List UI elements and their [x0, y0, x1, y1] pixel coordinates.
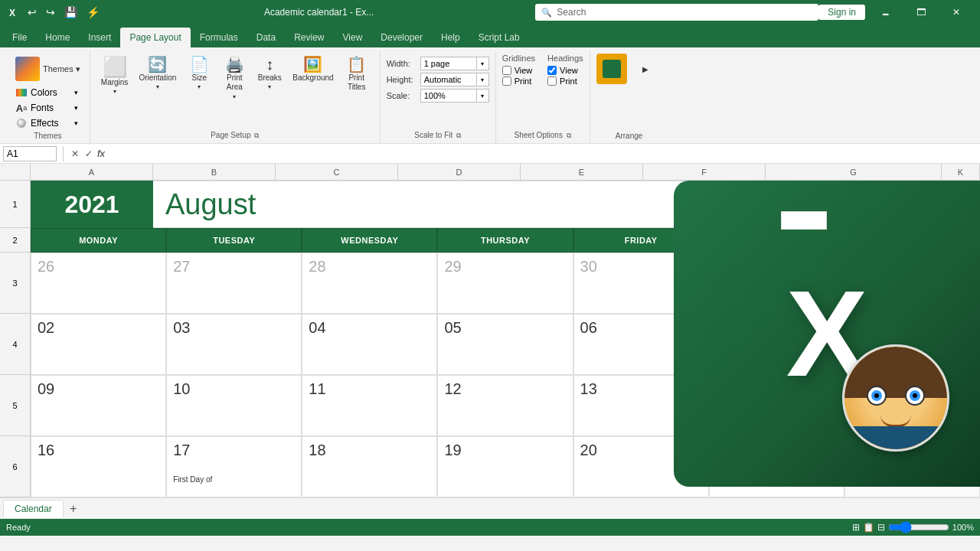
page-setup-expand[interactable]: ⧉ [254, 132, 259, 139]
print-titles-button[interactable]: 📋 PrintTitles [340, 54, 374, 95]
tab-view[interactable]: View [334, 28, 372, 47]
save-quick-button[interactable]: 💾 [61, 5, 80, 20]
sheet-opts-expand[interactable]: ⧉ [567, 132, 571, 139]
add-sheet-button[interactable]: + [65, 500, 82, 517]
breaks-button[interactable]: ↕️ Breaks ▾ [253, 54, 286, 93]
tab-data[interactable]: Data [247, 28, 285, 47]
arrange-btn[interactable]: ▶ [629, 54, 662, 84]
redo-button[interactable]: ↪ [43, 5, 58, 20]
formula-bar-separator [63, 146, 64, 161]
event-17: First Day of [173, 474, 295, 484]
row-num-5: 5 [0, 375, 30, 436]
signin-button[interactable]: Sign in [818, 5, 865, 20]
day-26[interactable]: 26 [31, 253, 166, 314]
close-button[interactable]: ✕ [939, 0, 974, 24]
width-dropdown[interactable]: 1 page ▾ [420, 57, 489, 70]
day-16[interactable]: 16 [31, 436, 166, 497]
scale-dropdown-arrow[interactable]: ▾ [476, 90, 488, 102]
tab-developer[interactable]: Developer [371, 28, 432, 47]
status-view-normal[interactable]: ⊞ [852, 522, 860, 533]
dow-thursday: THURSDAY [437, 228, 573, 253]
day-02[interactable]: 02 [31, 314, 166, 375]
day-03[interactable]: 03 [166, 314, 302, 375]
avatar-shirt [844, 426, 947, 449]
undo-button[interactable]: ↩ [24, 5, 40, 20]
search-icon: 🔍 [541, 8, 552, 18]
status-view-layout[interactable]: 📋 [863, 522, 874, 533]
restore-button[interactable]: 🗖 [903, 0, 939, 24]
day-29[interactable]: 29 [437, 253, 573, 314]
colors-button[interactable]: Colors ▾ [12, 86, 81, 99]
formula-bar: ✕ ✓ fx [0, 144, 980, 164]
day-10[interactable]: 10 [166, 375, 302, 436]
gridlines-col: Gridlines View Print [502, 54, 535, 86]
height-dropdown[interactable]: Automatic ▾ [420, 73, 489, 86]
day-12[interactable]: 12 [437, 375, 573, 436]
themes-content: Themes ▾ Colors ▾ A a Fonts ▾ [12, 51, 83, 130]
background-button[interactable]: 🖼️ Background [288, 54, 338, 85]
day-05[interactable]: 05 [437, 314, 573, 375]
avatar-face [844, 347, 947, 449]
gridlines-print-checkbox[interactable] [502, 77, 511, 86]
title-bar-left: X ↩ ↪ 💾 ⚡ [6, 5, 103, 20]
cancel-formula-button[interactable]: ✕ [70, 147, 80, 161]
confirm-formula-button[interactable]: ✓ [83, 147, 94, 161]
day-17[interactable]: 17 First Day of [166, 436, 302, 497]
sheet-tab-calendar[interactable]: Calendar [3, 500, 64, 517]
tab-home[interactable]: Home [36, 28, 79, 47]
day-27[interactable]: 27 [166, 253, 302, 314]
headings-view-checkbox[interactable] [547, 66, 557, 75]
effects-button[interactable]: Effects ▾ [12, 116, 81, 130]
print-titles-icon: 📋 [347, 57, 366, 72]
minimize-button[interactable]: 🗕 [868, 0, 903, 24]
headings-print-checkbox[interactable] [547, 77, 557, 86]
title-bar: X ↩ ↪ 💾 ⚡ Academic calendar1 - Ex... 🔍 S… [0, 0, 980, 24]
day-04[interactable]: 04 [302, 314, 437, 375]
status-right: ⊞ 📋 ⊟ 100% [852, 521, 974, 533]
tab-page-layout[interactable]: Page Layout [120, 28, 190, 47]
width-dropdown-arrow[interactable]: ▾ [476, 57, 488, 70]
autosave-button[interactable]: ⚡ [83, 5, 103, 20]
row-num-6: 6 [0, 436, 30, 497]
left-pupil [871, 390, 882, 401]
height-dropdown-arrow[interactable]: ▾ [476, 73, 488, 86]
size-button[interactable]: 📄 Size ▾ [182, 54, 216, 93]
tab-file[interactable]: File [3, 28, 36, 47]
print-area-button[interactable]: 🖨️ PrintArea ▾ [217, 54, 251, 103]
fonts-button[interactable]: A a Fonts ▾ [12, 101, 81, 115]
gridlines-print-row: Print [502, 77, 535, 86]
col-header-c: C [276, 164, 398, 180]
day-18[interactable]: 18 [302, 436, 437, 497]
themes-button[interactable]: Themes ▾ [12, 54, 83, 84]
formula-bar-buttons: ✕ ✓ [70, 147, 94, 161]
gridlines-view-checkbox[interactable] [502, 66, 511, 75]
zoom-slider[interactable] [888, 521, 949, 533]
avatar-overlay [842, 344, 949, 452]
day-28[interactable]: 28 [302, 253, 437, 314]
tab-insert[interactable]: Insert [79, 28, 120, 47]
name-box[interactable] [3, 146, 57, 161]
sheet-options-label: Sheet Options ⧉ [514, 129, 571, 143]
day-09[interactable]: 09 [31, 375, 166, 436]
background-icon: 🖼️ [303, 57, 322, 72]
tab-help[interactable]: Help [432, 28, 469, 47]
status-bar: Ready ⊞ 📋 ⊟ 100% [0, 519, 980, 536]
day-19[interactable]: 19 [437, 436, 573, 497]
avatar-mouth [880, 415, 911, 427]
excel-icon: X [6, 5, 21, 20]
margins-button[interactable]: ⬜ Margins ▾ [96, 54, 133, 98]
row-numbers: 1 2 3 4 5 6 [0, 181, 31, 497]
orientation-button[interactable]: 🔄 Orientation ▾ [134, 54, 181, 93]
col-header-d: D [398, 164, 521, 180]
day-11[interactable]: 11 [302, 375, 437, 436]
page-setup-content: ⬜ Margins ▾ 🔄 Orientation ▾ 📄 Size ▾ 🖨️ … [96, 51, 374, 129]
formula-input[interactable] [108, 148, 977, 159]
status-ready: Ready [6, 523, 31, 532]
tab-script-lab[interactable]: Script Lab [469, 28, 529, 47]
tab-review[interactable]: Review [285, 28, 333, 47]
tab-formulas[interactable]: Formulas [191, 28, 247, 47]
scale-input[interactable]: 100% ▾ [420, 89, 489, 103]
status-view-pagebreak[interactable]: ⊟ [877, 522, 885, 533]
search-bar[interactable]: 🔍 Search [535, 4, 818, 21]
scale-expand[interactable]: ⧉ [456, 132, 461, 139]
